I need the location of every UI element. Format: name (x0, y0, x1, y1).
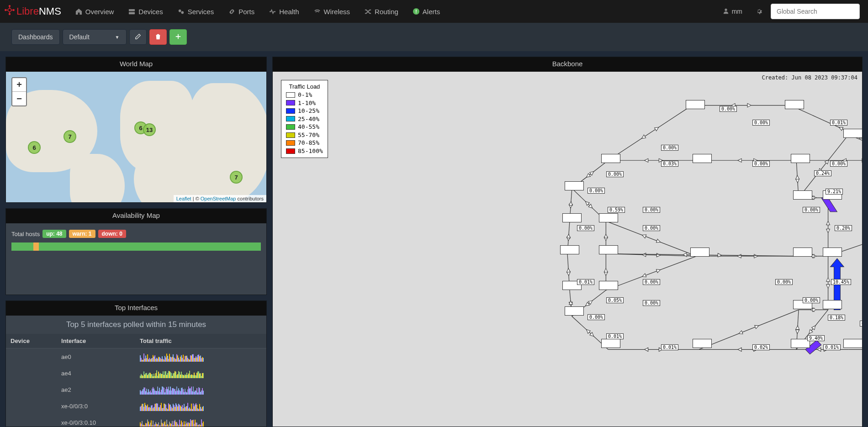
svg-rect-331 (174, 421, 175, 427)
table-row[interactable]: xe-0/0/3:0.10 (6, 414, 266, 427)
svg-rect-213 (194, 392, 195, 395)
backbone-node[interactable] (693, 154, 712, 163)
user-menu[interactable]: mm (716, 0, 749, 23)
svg-rect-156 (142, 390, 143, 395)
hosts-down-badge[interactable]: down: 0 (98, 230, 126, 238)
leaflet-link[interactable]: Leaflet (176, 196, 191, 201)
backbone-node[interactable] (560, 245, 579, 254)
cell-traffic[interactable] (135, 398, 266, 414)
svg-rect-185 (168, 387, 169, 395)
svg-rect-127 (179, 372, 180, 378)
nav-overview[interactable]: Overview (68, 0, 122, 23)
svg-rect-252 (165, 405, 166, 411)
svg-rect-351 (192, 420, 193, 427)
cell-interface[interactable]: xe-0/0/3:0.10 (57, 414, 135, 427)
map-marker[interactable]: 13 (143, 123, 156, 136)
backbone-node[interactable] (843, 339, 863, 348)
nav-alerts[interactable]: !Alerts (406, 0, 447, 23)
edit-dashboard-button[interactable] (129, 29, 147, 45)
nav-wireless[interactable]: Wireless (307, 0, 358, 23)
hosts-warn-badge[interactable]: warn: 1 (69, 230, 95, 238)
availability-bar[interactable] (11, 242, 261, 251)
svg-rect-273 (185, 407, 185, 411)
svg-rect-34 (158, 357, 159, 362)
backbone-node[interactable] (601, 339, 620, 348)
backbone-node[interactable] (793, 190, 812, 200)
backbone-node[interactable] (793, 248, 812, 257)
nav-ports[interactable]: Ports (221, 0, 262, 23)
add-dashboard-button[interactable] (169, 29, 187, 45)
backbone-node[interactable] (690, 248, 709, 257)
nav-devices[interactable]: Devices (121, 0, 170, 23)
table-row[interactable]: ae4 (6, 365, 266, 381)
svg-rect-309 (153, 426, 154, 427)
cell-traffic[interactable] (135, 381, 266, 398)
map-marker[interactable]: 7 (230, 171, 243, 184)
backbone-node[interactable] (601, 154, 620, 163)
svg-rect-311 (155, 422, 156, 427)
hosts-up-badge[interactable]: up: 48 (42, 230, 66, 238)
backbone-node[interactable] (823, 248, 842, 257)
backbone-node[interactable] (823, 300, 842, 309)
backbone-node[interactable] (791, 154, 810, 163)
backbone-node[interactable] (843, 129, 863, 138)
cell-interface[interactable]: xe-0/0/3:0 (57, 398, 135, 414)
table-row[interactable]: ae0 (6, 348, 266, 365)
link-icon (228, 8, 235, 15)
svg-rect-296 (142, 421, 143, 427)
dashboards-button[interactable]: Dashboards (11, 29, 60, 45)
map-attribution: Leaflet | © OpenStreetMap contributors (174, 195, 266, 202)
svg-rect-253 (166, 408, 167, 411)
cell-traffic[interactable] (135, 348, 266, 365)
delete-dashboard-button[interactable] (149, 29, 167, 45)
svg-rect-143 (194, 373, 195, 378)
settings-button[interactable] (749, 0, 769, 23)
nav-health[interactable]: Health (262, 0, 306, 23)
svg-rect-124 (176, 375, 177, 378)
map-zoom-out[interactable]: − (12, 92, 26, 105)
top-interfaces-scroll[interactable]: Top 5 interfaces polled within 15 minute… (6, 316, 266, 427)
col-interface[interactable]: Interface (57, 334, 135, 348)
cell-interface[interactable]: ae4 (57, 365, 135, 381)
svg-rect-167 (152, 389, 153, 395)
svg-rect-226 (142, 404, 143, 411)
svg-rect-178 (162, 386, 163, 395)
backbone-node[interactable] (785, 100, 804, 109)
backbone-node[interactable] (599, 281, 618, 290)
table-row[interactable]: ae2 (6, 381, 266, 398)
svg-rect-276 (187, 403, 188, 411)
backbone-node[interactable] (599, 245, 618, 254)
backbone-node[interactable] (565, 306, 584, 316)
backbone-node[interactable] (599, 213, 618, 222)
backbone-node[interactable] (686, 100, 705, 109)
nav-routing[interactable]: Routing (357, 0, 406, 23)
svg-rect-61 (183, 355, 184, 362)
world-map-body[interactable]: + − 676137 Leaflet | © OpenStreetMap con… (6, 72, 266, 202)
cell-interface[interactable]: ae2 (57, 381, 135, 398)
global-search-input[interactable] (771, 4, 860, 19)
link-load-label: 0.03% (661, 161, 678, 167)
backbone-node[interactable] (562, 213, 582, 222)
svg-rect-262 (175, 407, 175, 411)
cell-traffic[interactable] (135, 414, 266, 427)
svg-rect-23 (148, 359, 149, 362)
col-traffic[interactable]: Total traffic (135, 334, 266, 348)
backbone-node[interactable] (693, 339, 712, 348)
svg-rect-292 (202, 407, 203, 411)
osm-link[interactable]: OpenStreetMap (201, 196, 236, 201)
cell-traffic[interactable] (135, 365, 266, 381)
brand-logo[interactable]: LibreNMS (5, 5, 61, 18)
map-marker[interactable]: 6 (28, 141, 41, 154)
availability-warn-block[interactable] (33, 242, 39, 251)
map-marker[interactable]: 7 (64, 130, 76, 143)
nav-services[interactable]: Services (170, 0, 222, 23)
backbone-body[interactable]: Created: Jun 08 2023 09:37:04 Traffic Lo… (273, 72, 862, 427)
table-row[interactable]: xe-0/0/3:0 (6, 398, 266, 414)
dashboard-select[interactable]: Default▼ (63, 29, 127, 45)
svg-rect-243 (157, 404, 158, 411)
backbone-node[interactable] (565, 181, 584, 190)
cell-interface[interactable]: ae0 (57, 348, 135, 365)
map-zoom-in[interactable]: + (12, 78, 26, 92)
col-device[interactable]: Device (6, 334, 57, 348)
link-load-label: 0.00% (803, 207, 820, 213)
